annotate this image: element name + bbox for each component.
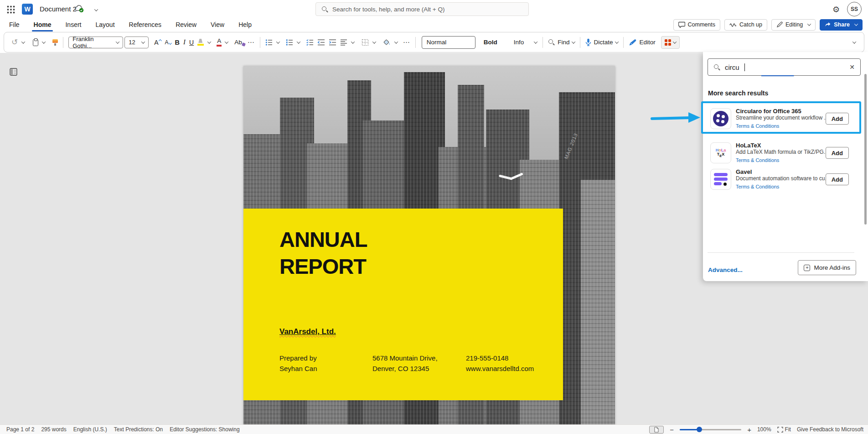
decrease-indent-button[interactable] — [315, 36, 327, 49]
addin-result-circularo[interactable]: Circularo for Office 365 Streamline your… — [703, 103, 864, 134]
addin-result-holatex[interactable]: HoLa TEX HoLaTeX Add LaTeX Math formula … — [703, 140, 864, 166]
document-page[interactable]: MAG 2013 ANNUAL REPORT VanArsdel, Ltd. P… — [243, 66, 615, 424]
grow-font-button[interactable]: A — [152, 36, 163, 49]
italic-button[interactable]: I — [181, 36, 187, 49]
comments-button[interactable]: Comments — [673, 19, 720, 31]
title-dropdown-chevron-icon[interactable] — [90, 4, 100, 14]
style-normal[interactable]: Normal — [422, 36, 475, 49]
borders-button[interactable] — [360, 36, 371, 49]
font-name-select[interactable]: Franklin Gothi... — [68, 37, 123, 48]
more-addins-label: More Add-ins — [814, 264, 850, 271]
menu-layout[interactable]: Layout — [94, 20, 115, 30]
pencil-icon — [776, 21, 783, 28]
terms-link[interactable]: Terms & Conditions — [736, 123, 779, 129]
bold-button[interactable]: B — [173, 36, 181, 49]
report-title: ANNUAL REPORT — [279, 226, 367, 280]
highlight-button[interactable] — [196, 36, 206, 49]
share-button[interactable]: Share — [820, 19, 863, 31]
feedback-link[interactable]: Give Feedback to Microsoft — [797, 426, 863, 433]
ribbon-collapse-chevron[interactable] — [852, 40, 856, 43]
more-addins-button[interactable]: + More Add-ins — [798, 260, 856, 275]
shading-button[interactable] — [381, 36, 393, 49]
align-dropdown-chevron[interactable] — [351, 40, 355, 43]
global-search-input[interactable]: Search for tools, help, and more (Alt + … — [315, 2, 529, 16]
font-size-select[interactable]: 12 — [124, 37, 149, 48]
menu-home[interactable]: Home — [33, 20, 52, 30]
addins-button[interactable] — [661, 36, 680, 49]
checklist-button[interactable] — [305, 36, 315, 49]
format-painter-button[interactable] — [51, 36, 60, 49]
editing-mode-button[interactable]: Editing — [771, 19, 816, 31]
align-button[interactable] — [338, 36, 349, 49]
zoom-in-button[interactable]: + — [747, 426, 751, 433]
catch-up-button[interactable]: Catch up — [724, 19, 767, 31]
slider-thumb[interactable] — [697, 427, 702, 432]
menu-help[interactable]: Help — [238, 20, 253, 30]
font-color-dropdown-chevron[interactable] — [225, 40, 228, 43]
terms-link[interactable]: Terms & Conditions — [736, 184, 779, 189]
save-status-icon[interactable] — [74, 5, 84, 15]
addins-grid-icon — [665, 39, 671, 46]
page-view-button[interactable] — [649, 426, 664, 434]
find-button[interactable]: Find — [546, 36, 576, 49]
addin-result-gavel[interactable]: Gavel Document automation software to cu… — [703, 166, 864, 193]
add-holatex-button[interactable]: Add — [826, 147, 849, 159]
app-launcher-icon[interactable] — [5, 3, 17, 16]
shrink-font-button[interactable]: A — [163, 36, 173, 49]
numbering-dropdown-chevron[interactable] — [297, 40, 300, 43]
menu-review[interactable]: Review — [175, 20, 197, 30]
fit-button[interactable]: Fit — [777, 426, 791, 433]
terms-link[interactable]: Terms & Conditions — [736, 157, 779, 163]
highlight-dropdown-chevron[interactable] — [207, 40, 211, 43]
more-paragraph-options-button[interactable]: ⋯ — [401, 36, 412, 49]
document-title[interactable]: Document 2 — [40, 5, 77, 13]
bullets-dropdown-chevron[interactable] — [276, 40, 280, 43]
bullets-button[interactable] — [264, 36, 274, 49]
zoom-out-button[interactable]: − — [670, 426, 674, 433]
zoom-level[interactable]: 100% — [757, 426, 771, 433]
paste-dropdown-chevron[interactable] — [42, 40, 46, 43]
dictate-button[interactable]: Dictate — [584, 36, 620, 49]
avatar[interactable]: SS — [847, 2, 862, 16]
search-icon — [548, 39, 555, 46]
find-label: Find — [558, 39, 569, 46]
language[interactable]: English (U.S.) — [73, 426, 107, 433]
editor-suggestions[interactable]: Editor Suggestions: Showing — [170, 426, 239, 433]
page-info[interactable]: Page 1 of 2 — [6, 426, 34, 433]
add-circularo-button[interactable]: Add — [826, 113, 849, 125]
editor-button[interactable]: Editor — [627, 36, 657, 49]
clear-formatting-button[interactable]: Ab — [232, 36, 246, 49]
undo-button[interactable]: ↺ — [10, 36, 20, 49]
chevron-down-icon — [807, 22, 811, 26]
panel-scrollbar[interactable] — [864, 74, 867, 225]
borders-dropdown-chevron[interactable] — [372, 40, 376, 43]
addins-search-input[interactable]: circu ✕ — [708, 58, 861, 76]
menu-references[interactable]: References — [128, 20, 163, 30]
add-gavel-button[interactable]: Add — [826, 173, 849, 185]
increase-indent-button[interactable] — [327, 36, 338, 49]
numbering-button[interactable] — [284, 36, 295, 49]
underline-button[interactable]: U — [187, 36, 196, 49]
bullet-list-icon — [265, 39, 273, 46]
word-logo[interactable]: W — [22, 4, 33, 15]
menu-file[interactable]: File — [8, 20, 21, 30]
menu-insert[interactable]: Insert — [64, 20, 82, 30]
style-info[interactable]: Info — [506, 36, 532, 49]
addins-search-value: circu — [725, 63, 739, 71]
shading-dropdown-chevron[interactable] — [394, 40, 398, 43]
clear-search-icon[interactable]: ✕ — [849, 63, 855, 71]
divider — [415, 37, 416, 48]
style-bold[interactable]: Bold — [475, 36, 506, 49]
more-font-options-button[interactable]: ⋯ — [246, 36, 257, 49]
settings-gear-icon[interactable]: ⚙ — [830, 3, 842, 16]
navigation-pane-toggle[interactable] — [6, 65, 20, 78]
word-count[interactable]: 295 words — [41, 426, 66, 433]
paste-button[interactable] — [31, 36, 40, 49]
styles-dropdown-chevron[interactable] — [534, 40, 537, 43]
zoom-slider[interactable] — [680, 426, 741, 433]
menu-view[interactable]: View — [210, 20, 225, 30]
font-color-button[interactable]: A — [215, 36, 223, 49]
advanced-link[interactable]: Advanced... — [708, 267, 743, 273]
undo-dropdown-chevron[interactable] — [21, 40, 25, 43]
text-predictions[interactable]: Text Predictions: On — [114, 426, 163, 433]
